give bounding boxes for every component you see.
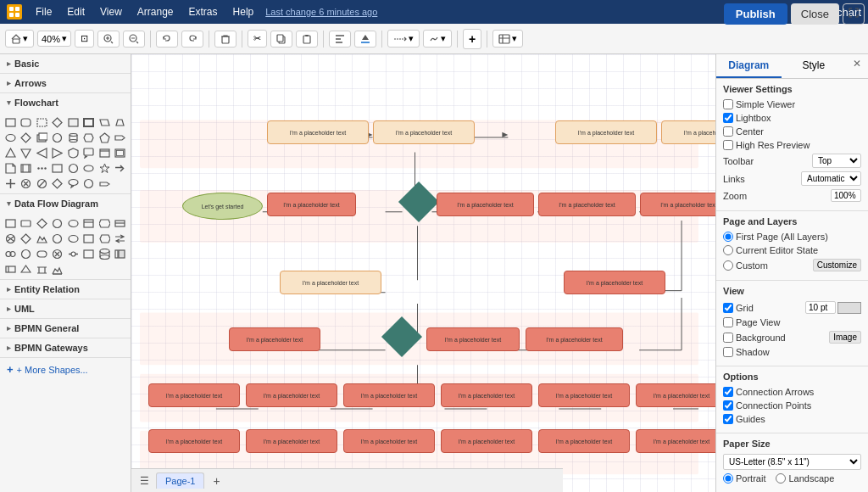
page-menu-button[interactable]: ☰ — [136, 473, 153, 489]
shape-slash-circle[interactable] — [35, 176, 48, 190]
shape-callout[interactable] — [82, 146, 96, 159]
links-select[interactable]: Automatic — [801, 171, 861, 186]
waypoint-button[interactable]: ▾ — [423, 30, 452, 48]
node-row2-1[interactable]: I'm a placeholder text — [267, 193, 356, 216]
landscape-radio[interactable] — [776, 473, 786, 484]
delete-button[interactable] — [214, 31, 236, 48]
menu-view[interactable]: View — [93, 4, 129, 20]
shape-circle-3[interactable] — [82, 176, 96, 190]
shape-callout2[interactable] — [66, 176, 80, 190]
connection-points-label[interactable]: Connection Points — [723, 400, 811, 411]
undo-button[interactable] — [156, 31, 178, 48]
zoom-out-button[interactable] — [123, 31, 145, 48]
node-top-1[interactable]: I'm a placeholder text — [267, 120, 369, 144]
guides-label[interactable]: Guides — [723, 414, 765, 424]
tab-diagram[interactable]: Diagram — [716, 54, 782, 78]
shadow-label[interactable]: Shadow — [723, 347, 770, 357]
df-shape-23[interactable] — [97, 247, 111, 260]
connection-points-checkbox[interactable] — [723, 400, 733, 411]
simple-viewer-label[interactable]: Simple Viewer — [723, 99, 795, 109]
node-row2-4[interactable]: I'm a placeholder text — [640, 193, 715, 216]
shape-x-circle[interactable] — [19, 176, 33, 190]
df-shape-28[interactable] — [51, 262, 64, 276]
shape-rect[interactable] — [3, 115, 17, 129]
node-bot1-3[interactable]: I'm a placeholder text — [343, 383, 435, 407]
node-bot1-5[interactable]: I'm a placeholder text — [538, 383, 630, 407]
shape-process[interactable] — [19, 161, 33, 175]
section-bpmn-gateways-header[interactable]: BPMN Gateways — [0, 338, 131, 357]
first-page-label[interactable]: First Page (All Layers) — [723, 232, 828, 242]
node-row2-3[interactable]: I'm a placeholder text — [538, 193, 636, 216]
shape-circle-2[interactable] — [66, 161, 80, 175]
custom-radio[interactable] — [723, 260, 733, 271]
node-mid-2[interactable]: I'm a placeholder text — [564, 271, 665, 294]
paste-button[interactable] — [296, 31, 318, 48]
lightbox-checkbox[interactable] — [723, 113, 733, 123]
current-editor-label[interactable]: Current Editor State — [723, 245, 818, 255]
menu-file[interactable]: File — [29, 4, 58, 20]
node-bot1-6[interactable]: I'm a placeholder text — [636, 383, 715, 407]
panel-close-button[interactable]: ✕ — [846, 54, 868, 78]
df-shape-21[interactable] — [66, 247, 80, 260]
shape-rect-dashed[interactable] — [35, 115, 48, 129]
shape-hexagon[interactable] — [82, 131, 96, 144]
grid-color-picker[interactable] — [837, 302, 861, 314]
high-res-checkbox[interactable] — [723, 140, 733, 150]
section-uml-header[interactable]: UML — [0, 299, 131, 318]
format-button[interactable] — [329, 31, 351, 48]
node-diamond-1[interactable] — [398, 182, 439, 222]
menu-edit[interactable]: Edit — [60, 4, 92, 20]
close-button[interactable]: Close — [791, 3, 839, 25]
shape-cylinder[interactable] — [66, 131, 80, 144]
node-bot2-2[interactable]: I'm a placeholder text — [246, 429, 337, 453]
zoom-control[interactable]: 40% ▾ — [37, 31, 71, 47]
node-bot1-2[interactable]: I'm a placeholder text — [246, 383, 337, 407]
insert-button[interactable]: + — [463, 29, 481, 49]
node-mid-1[interactable]: I'm a placeholder text — [280, 271, 381, 294]
node-row3-2[interactable]: I'm a placeholder text — [426, 327, 520, 351]
node-bot2-3[interactable]: I'm a placeholder text — [343, 429, 435, 453]
df-shape-2[interactable] — [19, 216, 33, 230]
node-row3-1[interactable]: I'm a placeholder text — [229, 327, 320, 351]
cut-button[interactable]: ✂ — [248, 30, 267, 48]
df-shape-25[interactable] — [3, 262, 17, 276]
redo-button[interactable] — [181, 31, 203, 48]
df-shape-9[interactable] — [3, 232, 17, 245]
shape-diamond[interactable] — [51, 115, 64, 129]
shape-arrow-right[interactable] — [114, 131, 127, 144]
node-top-2[interactable]: I'm a placeholder text — [373, 120, 475, 144]
node-top-3[interactable]: I'm a placeholder text — [555, 120, 657, 144]
add-page-button[interactable]: + — [208, 472, 225, 489]
df-shape-17[interactable] — [3, 247, 17, 260]
shape-ellipse-2[interactable] — [82, 161, 96, 175]
node-bot2-4[interactable]: I'm a placeholder text — [441, 429, 532, 453]
df-shape-20[interactable] — [51, 247, 64, 260]
df-shape-18[interactable] — [19, 247, 33, 260]
simple-viewer-checkbox[interactable] — [723, 99, 733, 109]
df-shape-4[interactable] — [51, 216, 64, 230]
custom-label[interactable]: Custom — [723, 260, 768, 271]
df-shape-7[interactable] — [97, 216, 111, 230]
shape-trapezoid[interactable] — [114, 115, 127, 129]
df-shape-27[interactable] — [35, 262, 48, 276]
df-shape-6[interactable] — [82, 216, 96, 230]
node-bot2-6[interactable]: I'm a placeholder text — [636, 429, 715, 453]
df-shape-5[interactable] — [66, 216, 80, 230]
page-view-checkbox[interactable] — [723, 317, 733, 327]
node-top-4[interactable]: I'm a placeholder text — [661, 120, 715, 144]
node-diamond-2[interactable] — [381, 316, 422, 357]
shadow-checkbox[interactable] — [723, 347, 733, 357]
df-shape-14[interactable] — [82, 232, 96, 245]
shape-arrow-right-2[interactable] — [114, 161, 127, 175]
node-row2-2[interactable]: I'm a placeholder text — [437, 193, 534, 216]
df-shape-22[interactable] — [82, 247, 96, 260]
shape-note[interactable] — [3, 161, 17, 175]
zoom-fit-button[interactable]: ⊡ — [75, 30, 94, 48]
df-shape-1[interactable] — [3, 216, 17, 230]
table-button[interactable]: ▾ — [492, 30, 523, 48]
toolbar-select[interactable]: Top Bottom Left Right — [812, 154, 861, 168]
shape-rect-4[interactable] — [51, 161, 64, 175]
section-arrows-header[interactable]: Arrows — [0, 74, 131, 92]
portrait-label[interactable]: Portrait — [723, 473, 765, 484]
customize-button[interactable]: Customize — [813, 259, 861, 271]
